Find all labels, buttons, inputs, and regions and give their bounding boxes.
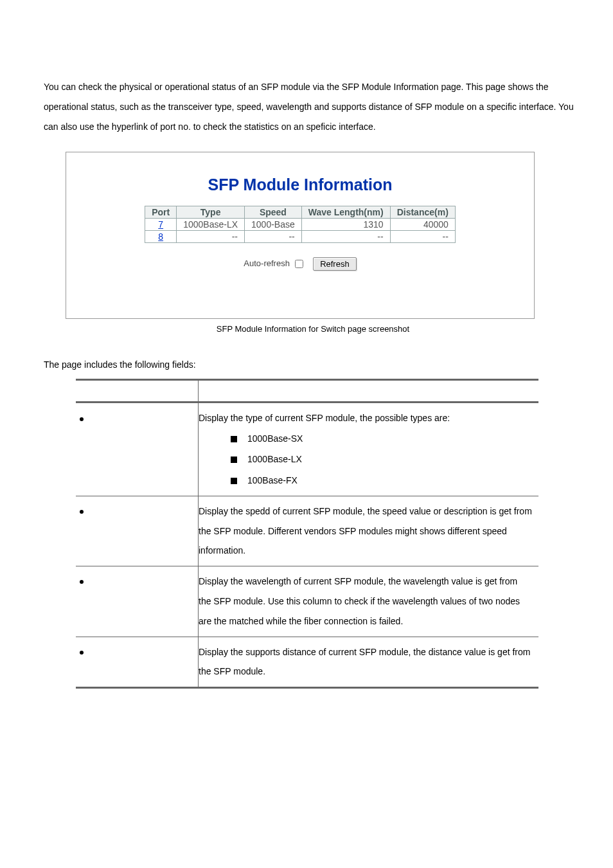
type-list: 1000Base-SX 1000Base-LX 100Base-FX [231, 428, 532, 491]
col-type: Type [177, 206, 245, 219]
table-row: 7 1000Base-LX 1000-Base 1310 40000 [145, 219, 456, 231]
table-header-row: Port Type Speed Wave Length(nm) Distance… [145, 206, 456, 219]
col-port: Port [145, 206, 177, 219]
field-type-desc: Display the type of current SFP module, … [199, 413, 450, 423]
bullet-icon [80, 510, 84, 514]
intro-paragraph: You can check the physical or operationa… [44, 77, 582, 136]
bullet-icon [80, 651, 84, 655]
auto-refresh-checkbox[interactable] [295, 260, 303, 268]
col-speed: Speed [245, 206, 302, 219]
screenshot-panel: SFP Module Information Port Type Speed W… [66, 152, 535, 319]
type-item: 1000Base-SX [231, 428, 532, 449]
auto-refresh-label: Auto-refresh [244, 258, 290, 268]
cell-type: -- [177, 231, 245, 243]
type-item: 1000Base-LX [231, 449, 532, 469]
screenshot-title: SFP Module Information [82, 176, 519, 194]
field-speed-desc: Display the spedd of current SFP module,… [199, 496, 539, 566]
field-row-speed: Display the spedd of current SFP module,… [76, 496, 538, 566]
refresh-button[interactable]: Refresh [313, 257, 357, 271]
field-wavelength-desc: Display the wavelength of current SFP mo… [199, 566, 539, 637]
cell-wave: 1310 [301, 219, 390, 231]
field-distance-desc: Display the supports distance of current… [199, 637, 539, 688]
sfp-module-table: Port Type Speed Wave Length(nm) Distance… [145, 206, 456, 243]
screenshot-caption: SFP Module Information for Switch page s… [44, 324, 582, 334]
col-distance: Distance(m) [390, 206, 455, 219]
fields-header-row [76, 380, 538, 402]
cell-type: 1000Base-LX [177, 219, 245, 231]
cell-speed: -- [245, 231, 302, 243]
cell-dist: 40000 [390, 219, 455, 231]
type-item: 100Base-FX [231, 470, 532, 491]
port-link[interactable]: 7 [158, 219, 163, 230]
field-row-distance: Display the supports distance of current… [76, 637, 538, 688]
field-row-wavelength: Display the wavelength of current SFP mo… [76, 566, 538, 637]
col-wave-length: Wave Length(nm) [301, 206, 390, 219]
port-link[interactable]: 8 [158, 231, 163, 242]
bullet-icon [80, 417, 84, 421]
field-row-type: Display the type of current SFP module, … [76, 402, 538, 496]
fields-intro: The page includes the following fields: [44, 359, 582, 370]
fields-table: Display the type of current SFP module, … [76, 379, 538, 689]
bullet-icon [80, 580, 84, 584]
cell-speed: 1000-Base [245, 219, 302, 231]
table-row: 8 -- -- -- -- [145, 231, 456, 243]
cell-dist: -- [390, 231, 455, 243]
cell-wave: -- [301, 231, 390, 243]
controls-row: Auto-refresh Refresh [82, 257, 519, 271]
